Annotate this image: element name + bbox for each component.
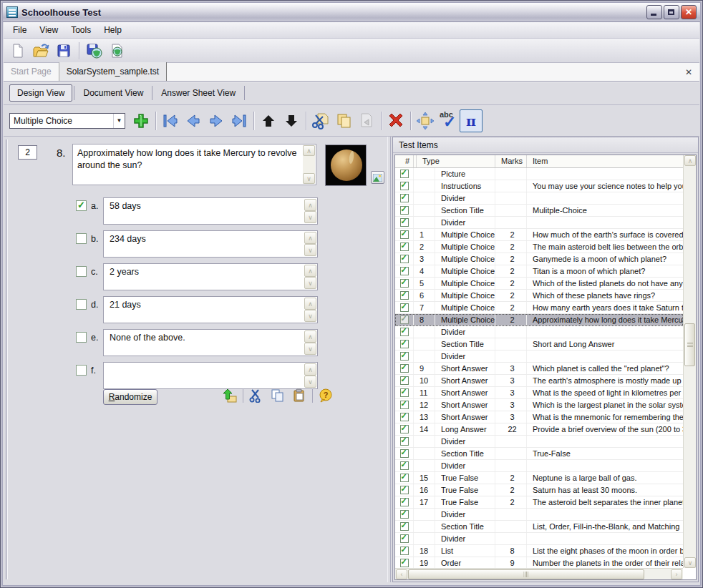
item-enabled-checkbox[interactable] [400,437,409,446]
scroll-up-icon[interactable]: ∧ [304,232,316,244]
test-item-row[interactable]: Divider [395,533,683,545]
item-enabled-checkbox[interactable] [400,340,409,348]
item-enabled-checkbox[interactable] [400,534,409,543]
tab-close-icon[interactable]: ✕ [685,67,692,77]
test-item-row[interactable]: 8 Multiple Choice 2 Approximately how lo… [395,314,683,326]
test-item-row[interactable]: 1 Multiple Choice 2 How much of the eart… [395,229,683,241]
test-item-row[interactable]: Divider [395,351,683,363]
add-item-button[interactable] [130,109,152,132]
item-enabled-checkbox[interactable] [400,182,409,190]
test-item-row[interactable]: Divider [395,192,683,205]
scroll-down-icon[interactable]: ∨ [304,343,316,355]
test-item-row[interactable]: Divider [395,217,683,229]
option-scrollbar[interactable]: ∧ ∨ [304,232,316,256]
test-item-row[interactable]: Instructions You may use your science no… [395,180,683,192]
scroll-down-icon[interactable]: ∨ [304,310,316,322]
item-enabled-checkbox[interactable] [400,255,409,263]
scroll-up-icon[interactable]: ∧ [304,298,316,310]
test-item-row[interactable]: 11 Short Answer 3 What is the speed of l… [395,387,683,399]
last-item-button[interactable] [228,109,251,132]
item-enabled-checkbox[interactable] [400,364,409,373]
menu-file[interactable]: File [6,23,33,37]
option-correct-checkbox[interactable] [76,365,87,376]
item-enabled-checkbox[interactable] [400,510,409,519]
test-item-row[interactable]: Divider [395,436,683,448]
item-enabled-checkbox[interactable] [400,352,409,361]
scroll-up-icon[interactable]: ∧ [304,363,316,376]
move-item-up-button[interactable] [257,109,280,132]
scroll-down-icon[interactable]: ∨ [304,376,316,388]
test-item-row[interactable]: 3 Multiple Choice 2 Ganymede is a moon o… [395,253,683,265]
column-header-type[interactable]: Type [417,155,495,167]
scroll-up-icon[interactable]: ∧ [304,199,316,211]
grid-vertical-scrollbar[interactable]: ∧ ∨ [683,155,696,568]
test-item-row[interactable]: Section Title True-False [395,448,683,460]
item-enabled-checkbox[interactable] [400,194,409,202]
option-text-field[interactable]: None of the above. ∧ ∨ [103,329,318,356]
item-enabled-checkbox[interactable] [400,486,409,494]
option-scrollbar[interactable]: ∧ ∨ [304,298,316,322]
vertical-scroll-thumb[interactable] [684,323,695,366]
insert-picture-button[interactable] [221,387,238,404]
item-enabled-checkbox[interactable] [400,279,409,288]
test-item-row[interactable]: 14 Long Answer 22 Provide a brief overvi… [395,423,683,436]
move-item-down-button[interactable] [280,109,303,132]
item-enabled-checkbox[interactable] [400,242,409,251]
spell-check-button[interactable]: abc ✓ [437,109,460,132]
paste-button[interactable] [291,387,308,404]
item-enabled-checkbox[interactable] [400,547,409,555]
close-button[interactable]: ✕ [681,5,697,19]
item-enabled-checkbox[interactable] [400,303,409,312]
option-scrollbar[interactable]: ∧ ∨ [304,265,316,289]
minimize-button[interactable] [646,5,662,19]
item-enabled-checkbox[interactable] [400,170,409,178]
save-test-button[interactable] [54,41,74,61]
test-item-row[interactable]: 5 Multiple Choice 2 Which of the listed … [395,278,683,290]
resize-item-button[interactable] [414,109,437,132]
panel-splitter[interactable] [387,137,391,582]
test-item-row[interactable]: Divider [395,326,683,338]
column-header-item[interactable]: Item [527,155,683,167]
test-item-row[interactable]: 17 True False 2 The asteroid belt separa… [395,496,683,509]
first-item-button[interactable] [159,109,182,132]
option-text-field[interactable]: 21 days ∧ ∨ [103,296,318,323]
test-item-row[interactable]: 9 Short Answer 3 Which planet is called … [395,363,683,375]
scroll-left-icon[interactable]: ‹ [396,569,407,579]
option-scrollbar[interactable]: ∧ ∨ [304,199,316,223]
item-enabled-checkbox[interactable] [400,388,409,397]
menu-tools[interactable]: Tools [64,23,97,37]
test-item-row[interactable]: 13 Short Answer 3 What is the mnemonic f… [395,411,683,423]
tab-active-document[interactable]: SolarSystem_sample.tst [59,62,167,81]
item-enabled-checkbox[interactable] [400,267,409,275]
item-enabled-checkbox[interactable] [400,425,409,433]
item-type-dropdown[interactable]: Multiple Choice ▼ [9,113,125,129]
item-enabled-checkbox[interactable] [400,474,409,482]
scroll-up-icon[interactable]: ∧ [304,265,316,277]
scroll-down-icon[interactable]: ∨ [303,173,315,184]
menu-help[interactable]: Help [97,23,128,37]
chevron-down-icon[interactable]: ▼ [113,114,125,128]
scroll-down-icon[interactable]: ∨ [304,277,316,289]
option-correct-checkbox[interactable] [76,332,87,343]
cut-button[interactable] [248,387,265,404]
option-text-field[interactable]: 2 years ∧ ∨ [103,263,318,290]
option-text-field[interactable]: ∧ ∨ [103,362,318,389]
scroll-up-icon[interactable]: ∧ [684,155,696,166]
test-item-row[interactable]: 15 True False 2 Neptune is a large ball … [395,472,683,484]
column-header-marks[interactable]: Marks [495,155,527,167]
test-item-row[interactable]: 19 Order 9 Number the planets in the ord… [395,557,683,568]
test-item-row[interactable]: Picture [395,168,683,180]
question-marks-field[interactable]: 2 [18,145,37,160]
item-enabled-checkbox[interactable] [400,498,409,506]
tab-document-view[interactable]: Document View [76,85,150,101]
horizontal-scroll-thumb[interactable] [408,569,644,579]
option-correct-checkbox[interactable] [76,299,87,310]
next-item-button[interactable] [205,109,228,132]
item-enabled-checkbox[interactable] [400,206,409,215]
tab-start-page[interactable]: Start Page [4,62,59,81]
scroll-right-icon[interactable]: › [671,569,682,579]
test-item-row[interactable]: Divider [395,460,683,472]
item-enabled-checkbox[interactable] [400,522,409,531]
item-enabled-checkbox[interactable] [400,291,409,300]
tab-design-view[interactable]: Design View [9,84,72,102]
